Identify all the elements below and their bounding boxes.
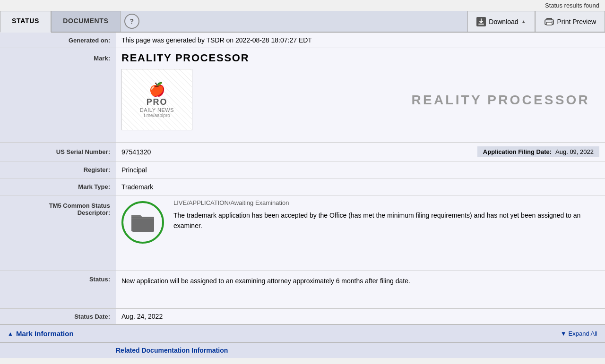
serial-label: US Serial Number: <box>0 143 116 161</box>
expand-all-button[interactable]: ▼ Expand All <box>561 330 597 337</box>
folder-icon <box>130 212 155 233</box>
tm5-label: TM5 Common StatusDescriptor: <box>0 195 116 271</box>
status-value: New application will be assigned to an e… <box>116 271 605 308</box>
tab-row: STATUS DOCUMENTS ? Download ▲ Print Prev… <box>0 11 605 33</box>
register-row: Register: Principal <box>0 161 605 178</box>
mark-value: REALITY PROCESSOR 🍎 PRO DAILY NEWS t.me/… <box>116 48 605 142</box>
serial-filing-row: US Serial Number: 97541320 Application F… <box>0 143 605 161</box>
related-documentation-row[interactable]: Related Documentation Information <box>0 342 605 358</box>
mark-type-row: Mark Type: Trademark <box>0 178 605 195</box>
print-preview-button[interactable]: Print Preview <box>535 11 605 32</box>
status-label: Status: <box>0 271 116 308</box>
mark-thumbnail: 🍎 PRO DAILY NEWS t.me/aaplpro <box>121 69 192 130</box>
mark-large-text: REALITY PROCESSOR <box>412 93 590 108</box>
tm5-text: LIVE/APPLICATION/Awaiting Examination Th… <box>173 199 599 231</box>
status-date-label: Status Date: <box>0 309 116 324</box>
svg-rect-2 <box>546 22 552 25</box>
status-row: Status: New application will be assigned… <box>0 271 605 309</box>
main-content: Generated on: This page was generated by… <box>0 33 605 358</box>
tm5-status-text: LIVE/APPLICATION/Awaiting Examination <box>173 199 599 206</box>
generated-label: Generated on: <box>0 33 116 48</box>
tm5-row: TM5 Common StatusDescriptor: LIVE/APPLIC… <box>0 195 605 271</box>
status-date-value: Aug. 24, 2022 <box>116 309 605 324</box>
help-button[interactable]: ? <box>124 14 139 29</box>
related-documentation-label: Related Documentation Information <box>116 347 228 354</box>
register-label: Register: <box>0 161 116 178</box>
tm5-description: The trademark application has been accep… <box>173 210 599 231</box>
print-icon <box>544 17 554 26</box>
generated-row: Generated on: This page was generated by… <box>0 33 605 48</box>
print-label: Print Preview <box>557 18 596 25</box>
folder-icon-wrapper <box>121 201 164 244</box>
generated-value: This page was generated by TSDR on 2022-… <box>116 33 605 48</box>
mark-row: Mark: REALITY PROCESSOR 🍎 PRO DAILY NEWS… <box>0 48 605 143</box>
mark-type-value: Trademark <box>116 178 605 195</box>
serial-value: 97541320 Application Filing Date: Aug. 0… <box>116 143 605 161</box>
tab-documents[interactable]: DOCUMENTS <box>51 11 121 32</box>
download-label: Download <box>489 18 518 25</box>
mark-type-label: Mark Type: <box>0 178 116 195</box>
mark-information-toggle[interactable]: ▲ Mark Information <box>8 330 74 338</box>
folder-circle <box>121 201 164 244</box>
mark-information-label: Mark Information <box>16 330 74 338</box>
results-found: Status results found <box>0 0 605 11</box>
results-text: Status results found <box>545 2 599 9</box>
mark-info-bar: ▲ Mark Information ▼ Expand All <box>0 324 605 342</box>
register-value: Principal <box>116 161 605 178</box>
svg-point-3 <box>552 21 553 22</box>
expand-all-label: Expand All <box>569 330 597 337</box>
chevron-down-icon: ▼ <box>561 330 567 337</box>
download-icon <box>476 17 486 26</box>
filing-date-label: Application Filing Date: <box>483 148 552 155</box>
status-date-row: Status Date: Aug. 24, 2022 <box>0 309 605 324</box>
download-button[interactable]: Download ▲ <box>467 11 535 32</box>
tab-actions: Download ▲ Print Preview <box>467 11 605 32</box>
chevron-up-icon: ▲ <box>521 19 526 24</box>
filing-date-value: Aug. 09, 2022 <box>555 148 594 155</box>
filing-date-section: Application Filing Date: Aug. 09, 2022 <box>477 146 599 157</box>
tab-status[interactable]: STATUS <box>0 11 51 33</box>
mark-title: REALITY PROCESSOR <box>121 52 599 64</box>
tm5-value: LIVE/APPLICATION/Awaiting Examination Th… <box>116 195 605 271</box>
watermark-overlay <box>122 69 192 130</box>
triangle-down-icon: ▲ <box>8 330 13 337</box>
mark-image-area: 🍎 PRO DAILY NEWS t.me/aaplpro REALITY PR… <box>121 69 599 130</box>
mark-label: Mark: <box>0 48 116 142</box>
